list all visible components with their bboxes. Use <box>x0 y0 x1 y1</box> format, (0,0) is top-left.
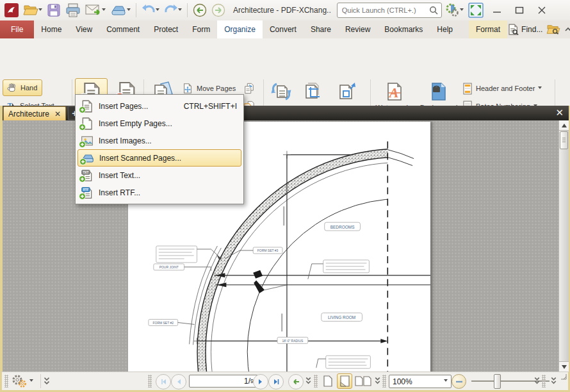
zoom-slider-thumb[interactable] <box>494 374 501 389</box>
tab-protect[interactable]: Protect <box>147 20 185 38</box>
menu-item-shortcut: CTRL+SHIFT+I <box>184 102 237 111</box>
header-and-footer-button[interactable]: Header and Footer <box>463 81 542 96</box>
header-footer-icon <box>463 83 473 95</box>
titlebar-separator2 <box>187 3 188 17</box>
bedrooms-label: BEDROOMS <box>330 225 355 229</box>
tab-review[interactable]: Review <box>338 20 377 38</box>
first-page-button[interactable] <box>156 374 171 389</box>
duplicate-pages-icon <box>243 83 255 94</box>
layout-grip[interactable] <box>314 375 318 388</box>
email-caret[interactable] <box>102 8 106 13</box>
undo-caret[interactable] <box>156 8 159 13</box>
scan-button[interactable] <box>108 2 133 19</box>
fit-width-layout-button[interactable] <box>337 373 352 389</box>
insert-scanned-pages-menu-icon <box>81 152 94 165</box>
zoom-out-button[interactable] <box>452 374 466 389</box>
current-page: 1 <box>244 377 248 386</box>
statusbar-grip[interactable] <box>4 375 8 388</box>
close-button[interactable] <box>531 3 553 18</box>
insert-rtf-menu-icon <box>81 186 94 199</box>
menu-item-insert-text[interactable]: Insert Text... <box>77 167 241 184</box>
view-history-chevron[interactable] <box>305 377 312 385</box>
quick-launch-box[interactable] <box>337 3 442 18</box>
previous-page-button[interactable] <box>171 374 186 389</box>
tab-share[interactable]: Share <box>304 20 338 38</box>
find-button[interactable]: Find... <box>507 24 542 35</box>
layout-more-chevron[interactable] <box>374 377 381 385</box>
overflow-chevron[interactable] <box>550 377 557 385</box>
zoom-grip[interactable] <box>382 375 386 388</box>
undo-button[interactable] <box>140 2 161 19</box>
back-button[interactable] <box>191 2 209 19</box>
single-page-layout-button[interactable] <box>320 373 336 389</box>
close-all-tabs-icon[interactable]: ✕ <box>555 107 564 118</box>
tab-comment[interactable]: Comment <box>99 20 147 38</box>
open-file-button[interactable] <box>21 2 44 19</box>
print-button[interactable] <box>63 2 83 19</box>
hand-icon <box>7 83 17 93</box>
rotate-pages-icon <box>270 81 292 102</box>
quick-launch-input[interactable] <box>341 6 427 15</box>
vertical-scrollbar[interactable] <box>558 120 569 372</box>
tab-organize[interactable]: Organize <box>217 20 263 38</box>
scrollbar-thumb[interactable] <box>560 131 568 149</box>
zoom-more-chevron[interactable] <box>533 377 541 385</box>
tab-format[interactable]: Format <box>469 20 507 38</box>
tab-convert[interactable]: Convert <box>263 20 304 38</box>
search-icon <box>429 6 438 15</box>
menu-item-insert-rtf[interactable]: Insert RTF... <box>77 184 241 201</box>
search-folder-icon[interactable] <box>546 24 560 35</box>
ribbon-tab-bar: File Home View Comment Protect Form Orga… <box>0 20 570 38</box>
email-button[interactable] <box>83 2 108 19</box>
scroll-up-button[interactable] <box>559 120 569 131</box>
tab-file[interactable]: File <box>0 20 34 38</box>
menu-item-insert-images[interactable]: Insert Images... <box>77 132 241 149</box>
corner-resize-icon <box>560 373 567 380</box>
crop-pages-icon <box>303 81 323 102</box>
redo-button[interactable] <box>162 2 184 19</box>
previous-view-button[interactable] <box>288 374 304 389</box>
expand-panel-button[interactable] <box>43 377 51 386</box>
scroll-down-button[interactable] <box>559 361 569 372</box>
tab-view[interactable]: View <box>69 20 99 38</box>
forward-button[interactable] <box>209 2 227 19</box>
statusbar-options-button[interactable] <box>11 374 33 388</box>
tab-form[interactable]: Form <box>185 20 217 38</box>
two-page-layout-button[interactable] <box>354 373 373 389</box>
menu-item-label: Insert Empty Pages... <box>99 119 172 128</box>
maximize-button[interactable] <box>509 3 530 18</box>
next-page-button[interactable] <box>253 374 268 389</box>
statusbar-separator <box>40 374 41 388</box>
document-tab-close-icon[interactable]: ✕ <box>54 111 61 117</box>
menu-item-insert-pages[interactable]: Insert Pages... CTRL+SHIFT+I <box>77 97 241 115</box>
open-file-caret[interactable] <box>38 8 42 13</box>
fullscreen-button[interactable] <box>466 2 485 19</box>
move-pages-icon <box>182 83 193 94</box>
pagenav-grip[interactable] <box>148 375 152 388</box>
redo-caret[interactable] <box>178 8 182 13</box>
document-tab-architecture[interactable]: Architecture ✕ <box>3 106 66 120</box>
insert-pages-menu-icon <box>81 100 94 113</box>
tab-home[interactable]: Home <box>34 20 69 38</box>
menu-item-insert-scanned-pages[interactable]: Insert Scanned Pages... <box>77 149 241 167</box>
scan-caret[interactable] <box>127 8 131 13</box>
tab-help[interactable]: Help <box>430 20 460 38</box>
duplicate-pages-button[interactable] <box>243 81 255 96</box>
right-grip[interactable] <box>542 375 546 388</box>
zoom-level-combo[interactable]: 100% <box>389 375 452 388</box>
statusbar-options-caret[interactable] <box>29 379 33 384</box>
menu-item-label: Insert RTF... <box>99 188 140 197</box>
tab-bookmarks[interactable]: Bookmarks <box>377 20 430 38</box>
preferences-gears-button[interactable] <box>443 2 466 19</box>
header-footer-caret[interactable] <box>538 86 542 91</box>
menu-item-insert-empty-pages[interactable]: Insert Empty Pages... <box>77 115 241 132</box>
hand-tool-button[interactable]: Hand <box>3 79 42 96</box>
page-number-input[interactable]: 1/9 <box>189 375 258 388</box>
last-page-button[interactable] <box>268 374 284 389</box>
preferences-caret[interactable] <box>460 8 464 13</box>
minimize-button[interactable] <box>486 3 508 18</box>
zoom-combo-caret[interactable] <box>444 379 448 384</box>
save-button[interactable] <box>45 2 63 19</box>
collapse-ribbon-icon[interactable] <box>564 26 570 33</box>
document-tab-label: Architecture <box>8 110 49 118</box>
